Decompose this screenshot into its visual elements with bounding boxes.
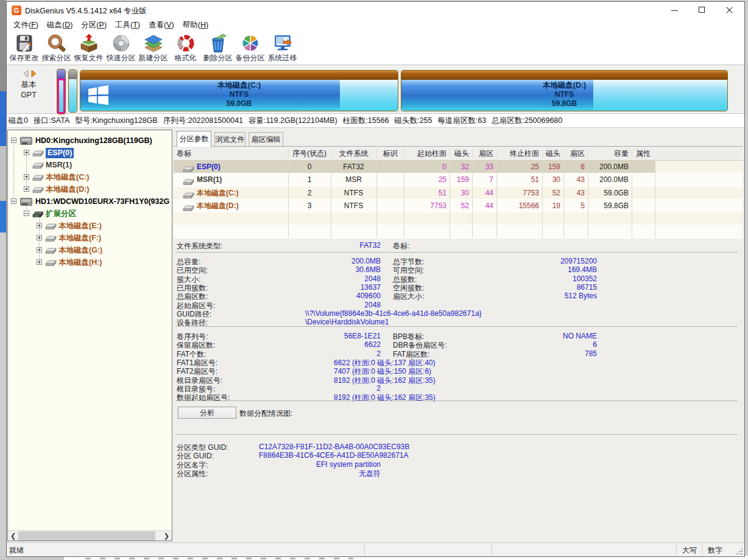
column-header[interactable]: 属性 xyxy=(635,147,652,161)
bar-caption-line: NTFS xyxy=(401,90,727,99)
tab-1[interactable]: 浏览文件 xyxy=(214,132,245,147)
backup-partition-icon xyxy=(241,33,260,53)
table-row[interactable]: 本地磁盘(C:)2NTFS5130447753524359.0GB xyxy=(174,187,743,200)
toolbar-label: 搜索分区 xyxy=(42,53,71,63)
sec1-row0-label: 总容量: xyxy=(177,257,200,267)
table-row[interactable] xyxy=(174,212,743,225)
toolbar-backup-partition-button[interactable]: 备份分区 xyxy=(234,32,266,65)
column-header[interactable]: 起始柱面 xyxy=(407,147,446,161)
tree-item-g[interactable]: 本地磁盘(G:) xyxy=(8,244,172,256)
column-header[interactable]: 扇区 xyxy=(475,147,493,161)
tab-2[interactable]: 扇区编辑 xyxy=(249,132,283,147)
minimize-button[interactable] xyxy=(665,2,683,18)
toolbar-new-partition-button[interactable]: 新建分区 xyxy=(137,32,169,65)
toolbar-system-migration-button[interactable]: 系统迁移 xyxy=(266,32,298,65)
table-cell: 7753 xyxy=(407,200,446,212)
tree-item-f[interactable]: 本地磁盘(F:) xyxy=(8,232,172,244)
disk-bar-esp[interactable] xyxy=(57,69,66,114)
disk-nav-arrows[interactable] xyxy=(23,70,37,77)
menu-item-2[interactable]: 分区(P) xyxy=(77,18,111,30)
column-header[interactable]: 磁头 xyxy=(453,147,469,161)
table-cell: 30 xyxy=(453,187,469,199)
bar-caption-line: 本地磁盘(D:) xyxy=(401,81,727,90)
table-cell: 44 xyxy=(475,187,493,199)
tree-expand-plus-icon[interactable] xyxy=(37,223,42,228)
tree-expand-plus-icon[interactable] xyxy=(24,174,29,180)
column-header[interactable]: 卷标 xyxy=(177,147,285,161)
disk-bar-msr[interactable] xyxy=(68,69,77,113)
menu-bar: 文件(F)磁盘(D)分区(P)工具(T)查看(V)帮助(H) xyxy=(7,18,744,32)
partition-tree-panel: HD0:Kingchuxing128GB(119GB)ESP(0)MSR(1)本… xyxy=(7,130,172,541)
tree-item-label: 扩展分区 xyxy=(46,208,76,220)
toolbar-delete-partition-button[interactable]: 删除分区 xyxy=(202,32,234,65)
tree-expand-plus-icon[interactable] xyxy=(37,259,42,265)
table-row[interactable]: ESP(0)0FAT3203233251596200.0MB xyxy=(174,161,743,173)
scroll-right-icon[interactable]: ❯ xyxy=(164,533,169,539)
tree-item-label: HD1:WDCWD10EURX-73FH1Y0(932G xyxy=(35,195,169,208)
menu-item-1[interactable]: 磁盘(D) xyxy=(43,18,77,30)
tree-item-hd0kingchuxing128gb119gb[interactable]: HD0:Kingchuxing128GB(119GB) xyxy=(8,135,172,147)
tree-expand-minus-icon[interactable] xyxy=(24,211,29,216)
table-cell xyxy=(635,161,652,173)
volume-cell: 本地磁盘(C:) xyxy=(174,187,288,199)
analyze-button[interactable]: 分析 xyxy=(178,407,236,419)
table-row[interactable] xyxy=(174,225,743,238)
maximize-button[interactable] xyxy=(693,2,711,18)
menu-item-3[interactable]: 工具(T) xyxy=(111,18,144,30)
tree-expand-minus-icon[interactable] xyxy=(11,198,16,204)
tree-item-label: 本地磁盘(G:) xyxy=(58,244,102,256)
tree-item-d[interactable]: 本地磁盘(D:) xyxy=(8,183,172,195)
menu-item-5[interactable]: 帮助(H) xyxy=(178,18,213,30)
column-header[interactable]: 序号(状态) xyxy=(291,147,328,161)
tree-expand-plus-icon[interactable] xyxy=(37,247,42,253)
disk-bar-c[interactable]: 本地磁盘(C:)NTFS59.0GB xyxy=(80,70,398,111)
partition-icon xyxy=(32,173,44,184)
diskgenius-window: G DiskGenius V5.4.5.1412 x64 专业版 文件(F)磁盘… xyxy=(6,1,745,557)
table-row[interactable]: MSR(1)1MSR251597513043200.0MB xyxy=(174,173,743,186)
tree-item-label: HD0:Kingchuxing128GB(119GB) xyxy=(35,135,152,147)
menu-item-4[interactable]: 查看(V) xyxy=(144,18,178,30)
sec1-row3-label2: 空闲簇数: xyxy=(393,283,424,293)
tree-item-h[interactable]: 本地磁盘(H:) xyxy=(8,256,172,268)
close-button[interactable] xyxy=(720,2,738,18)
tree-item-c[interactable]: 本地磁盘(C:) xyxy=(8,171,172,183)
table-row[interactable]: 本地磁盘(D:)3NTFS775352441556619559.8GB xyxy=(174,200,743,212)
column-header[interactable]: 终止柱面 xyxy=(499,147,539,161)
table-cell: 52 xyxy=(545,187,560,199)
tree-expand-plus-icon[interactable] xyxy=(24,186,29,192)
table-cell: 200.0MB xyxy=(591,161,629,173)
table-cell: 15566 xyxy=(499,200,539,212)
tree-expand-plus-icon[interactable] xyxy=(24,150,29,155)
main-area: HD0:Kingchuxing128GB(119GB)ESP(0)MSR(1)本… xyxy=(7,128,744,542)
tab-0[interactable]: 分区参数 xyxy=(177,131,211,147)
tree-item-msr1[interactable]: MSR(1) xyxy=(8,159,172,171)
table-cell xyxy=(635,200,652,212)
toolbar-recover-files-button[interactable]: 恢复文件 xyxy=(72,32,105,65)
column-header[interactable]: 容量 xyxy=(591,147,629,161)
toolbar-search-partition-button[interactable]: 搜索分区 xyxy=(40,32,72,65)
tree-horizontal-scrollbar[interactable]: ❮ ❯ xyxy=(8,530,172,541)
tree-expand-plus-icon[interactable] xyxy=(37,235,42,240)
tree-item-e[interactable]: 本地磁盘(E:) xyxy=(8,220,172,232)
scrollbar-thumb[interactable] xyxy=(18,531,155,541)
column-header[interactable]: 磁头 xyxy=(545,147,560,161)
detail-panel: 分区参数浏览文件扇区编辑卷标序号(状态)文件系统标识起始柱面磁头扇区终止柱面磁头… xyxy=(174,128,743,542)
tree-item-hd1wdcwd10eurx73fh1y0932g[interactable]: HD1:WDCWD10EURX-73FH1Y0(932G xyxy=(8,195,172,208)
toolbar-format-button[interactable]: 格式化 xyxy=(169,32,202,65)
toolbar-save-changes-button[interactable]: 保存更改 xyxy=(8,32,40,65)
disk-bar-d[interactable]: 本地磁盘(D:)NTFS59.8GB xyxy=(401,70,728,111)
resize-grip[interactable] xyxy=(736,548,743,555)
background-left-strip xyxy=(0,0,6,560)
tree-item-label: 本地磁盘(C:) xyxy=(46,171,90,183)
column-header[interactable]: 文件系统 xyxy=(334,147,373,161)
menu-item-0[interactable]: 文件(F) xyxy=(9,18,43,30)
table-cell: 25 xyxy=(499,161,539,173)
toolbar-quick-partition-button[interactable]: 快速分区 xyxy=(105,32,137,65)
tree-item-esp0[interactable]: ESP(0) xyxy=(8,147,172,159)
column-header[interactable]: 标识 xyxy=(379,147,401,161)
scroll-left-icon[interactable]: ❮ xyxy=(10,533,16,539)
sec2-row5-value: 8192 (柱面:0 磁头:162 扇区:35) xyxy=(334,376,436,386)
tree-expand-minus-icon[interactable] xyxy=(11,138,16,143)
column-header[interactable]: 扇区 xyxy=(566,147,585,161)
tree-item-[interactable]: 扩展分区 xyxy=(8,208,172,220)
